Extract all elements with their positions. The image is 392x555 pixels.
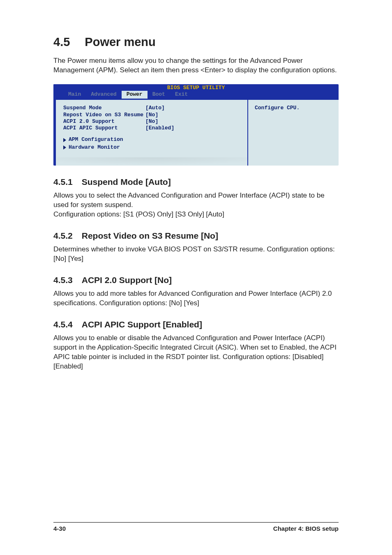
bios-panel: BIOS SETUP UTILITY Main Advanced Power B… — [53, 84, 339, 166]
bios-item-acpi-apic[interactable]: ACPI APIC Support [Enabled] — [63, 125, 243, 131]
bios-help-text: Configure CPU. — [255, 105, 300, 111]
subsection-body-451: Allows you to select the Advanced Config… — [53, 191, 339, 219]
section-heading: 4.5 Power menu — [53, 35, 339, 49]
page: 4.5 Power menu The Power menu items allo… — [0, 0, 392, 555]
bios-tabs: Main Advanced Power Boot Exit — [53, 91, 339, 99]
section-number: 4.5 — [53, 35, 70, 49]
bios-tab-main[interactable]: Main — [63, 91, 86, 99]
bios-item-value: [Auto] — [145, 105, 243, 111]
bios-left-pane: Suspend Mode [Auto] Repost Video on S3 R… — [53, 100, 248, 166]
bios-submenu-apm[interactable]: APM Configuration — [63, 136, 243, 143]
bios-item-acpi20[interactable]: ACPI 2.0 Support [No] — [63, 118, 243, 125]
bios-tab-advanced[interactable]: Advanced — [86, 91, 121, 99]
bios-body: Suspend Mode [Auto] Repost Video on S3 R… — [53, 100, 339, 166]
bios-tab-power[interactable]: Power — [122, 91, 148, 99]
subsection-number: 4.5.2 — [53, 231, 73, 241]
bios-item-value: [No] — [145, 112, 243, 118]
subsection-title: ACPI APIC Support [Enabled] — [82, 320, 202, 329]
bios-submenu-label: APM Configuration — [69, 136, 123, 143]
spacer — [63, 131, 243, 136]
subsection-body-453: Allows you to add more tables for Advanc… — [53, 289, 339, 308]
section-title: Power menu — [85, 35, 155, 49]
page-number: 4-30 — [53, 525, 66, 532]
triangle-right-icon — [63, 145, 66, 150]
subsection-heading-451: 4.5.1 Suspend Mode [Auto] — [53, 177, 339, 187]
bios-title-bar: BIOS SETUP UTILITY Main Advanced Power B… — [53, 84, 339, 100]
subsection-title: Suspend Mode [Auto] — [82, 177, 171, 187]
subsection-body-454: Allows you to enable or disable the Adva… — [53, 334, 339, 371]
bios-title: BIOS SETUP UTILITY — [53, 85, 339, 91]
subsection-heading-452: 4.5.2 Repost Video on S3 Resume [No] — [53, 231, 339, 241]
bios-item-label: ACPI APIC Support — [63, 125, 145, 131]
page-chapter: Chapter 4: BIOS setup — [273, 525, 339, 532]
bios-submenu-label: Hardware Monitor — [69, 144, 120, 151]
bios-item-label: Suspend Mode — [63, 105, 145, 111]
page-footer: 4-30 Chapter 4: BIOS setup — [53, 522, 339, 532]
section-intro: The Power menu items allow you to change… — [53, 56, 339, 75]
bios-tab-exit[interactable]: Exit — [170, 91, 193, 99]
subsection-number: 4.5.3 — [53, 275, 73, 285]
subsection-heading-453: 4.5.3 ACPI 2.0 Support [No] — [53, 275, 339, 285]
subsection-body-452: Determines whether to invoke VGA BIOS PO… — [53, 245, 339, 264]
triangle-right-icon — [63, 138, 66, 142]
subsection-title: ACPI 2.0 Support [No] — [82, 275, 172, 285]
bios-item-value: [No] — [145, 118, 243, 125]
bios-item-repost-video[interactable]: Repost Video on S3 Resume [No] — [63, 112, 243, 118]
bios-submenu-hardware-monitor[interactable]: Hardware Monitor — [63, 144, 243, 151]
bios-item-suspend-mode[interactable]: Suspend Mode [Auto] — [63, 105, 243, 111]
subsection-heading-454: 4.5.4 ACPI APIC Support [Enabled] — [53, 320, 339, 329]
bios-item-label: Repost Video on S3 Resume — [63, 112, 145, 118]
subsection-number: 4.5.1 — [53, 177, 73, 187]
subsection-number: 4.5.4 — [53, 320, 73, 329]
subsection-title: Repost Video on S3 Resume [No] — [82, 231, 218, 241]
bios-item-value: [Enabled] — [145, 125, 243, 131]
bios-item-label: ACPI 2.0 Support — [63, 118, 145, 125]
bios-help-pane: Configure CPU. — [248, 100, 339, 166]
bios-tab-boot[interactable]: Boot — [148, 91, 170, 99]
